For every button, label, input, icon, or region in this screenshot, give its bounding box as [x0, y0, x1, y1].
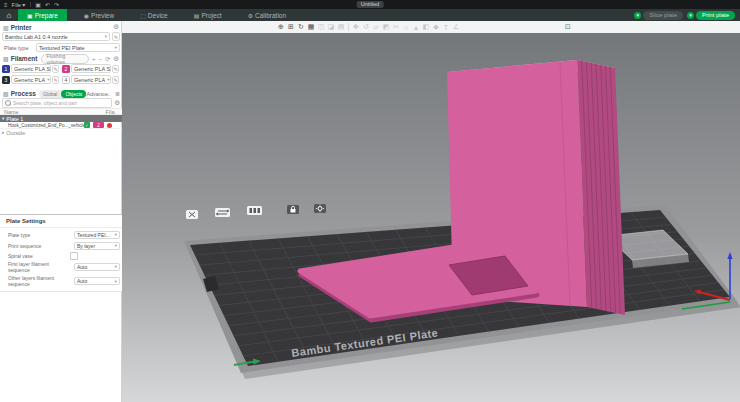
filament-2-edit-button[interactable]: ✎ — [112, 65, 119, 73]
tab-calibration[interactable]: ⚙ Calibration — [239, 9, 295, 21]
cut-icon[interactable]: ✂ — [391, 23, 401, 31]
object-printable-check-icon[interactable]: ✓ — [84, 122, 90, 128]
printer-edit-button[interactable]: ✎ — [112, 32, 120, 41]
variable-layer-height-icon[interactable]: ▤ — [336, 23, 346, 31]
scene-3d[interactable]: Bambu Textured PEI Plate — [122, 33, 740, 402]
plate-type-select[interactable]: Textured PEI Plate ▾ — [36, 43, 120, 52]
printer-preset-value: Bambu Lab A1 0.4 nozzle — [5, 34, 68, 40]
place-on-face-icon[interactable]: ◩ — [381, 23, 391, 31]
segment-objects[interactable]: Objects — [61, 90, 86, 98]
filament-1-edit-button[interactable]: ✎ — [52, 65, 59, 73]
bambu-studio-window: ≡ File ▾ ▣ ↶ ↷ Untitled ⌂ ▣ Prepare ◉ Pr… — [0, 0, 740, 402]
flushing-volumes-button[interactable]: Flushing volumes — [41, 54, 89, 64]
plate-settings-panel: Plate Settings Plate type Textured PEI..… — [0, 214, 122, 292]
support-painting-icon[interactable]: ▲ — [411, 24, 421, 31]
save-icon[interactable]: ▣ — [35, 1, 41, 8]
plate-settings-icon[interactable] — [314, 204, 326, 213]
mesh-boolean-icon[interactable]: ∩ — [401, 24, 411, 31]
ps-print-sequence-label: Print sequence — [8, 243, 68, 249]
rotate-icon[interactable]: ↺ — [361, 23, 371, 31]
filament-slot-4[interactable]: 4 Generic PLA▾ ✎ — [62, 75, 120, 84]
collapse-icon[interactable]: ▾ — [2, 116, 4, 121]
text-tool-icon[interactable]: T — [441, 24, 451, 31]
tree-row-plate-1[interactable]: ▾ Plate 1 — [0, 115, 122, 122]
title-bar: ≡ File ▾ ▣ ↶ ↷ Untitled — [0, 0, 740, 9]
filament-4-color-chip[interactable]: 4 — [62, 76, 70, 84]
filament-4-edit-button[interactable]: ✎ — [112, 76, 119, 84]
ps-print-sequence-select[interactable]: By layer ▾ — [74, 242, 120, 250]
tab-device[interactable]: ⬚ Device — [131, 9, 177, 21]
print-dropdown-icon[interactable]: ▾ — [687, 12, 694, 19]
plate-type-value: Textured PEI Plate — [39, 45, 85, 51]
object-search[interactable] — [2, 98, 112, 108]
viewport-3d[interactable]: ⊕ ⊞ ↻ ▦ ◫ ◪ ▤ ✚ ↺ ▱ ◩ ✂ ∩ ▲ ◧ ◆ T ∠ ⊡ — [122, 21, 740, 402]
ps-other-layers-seq-label: Other layers filament sequence — [8, 275, 68, 287]
add-icon[interactable]: ⊕ — [276, 23, 286, 31]
filament-3-name: Generic PLA — [14, 77, 45, 83]
process-scope-segment[interactable]: Global Objects — [39, 90, 86, 98]
object-warning-icon[interactable] — [107, 123, 112, 128]
move-icon[interactable]: ✚ — [351, 23, 361, 31]
chevron-down-icon: ▾ — [115, 45, 117, 50]
color-painting-icon[interactable]: ◧ — [421, 23, 431, 31]
filament-slot-3[interactable]: 3 Generic PLA▾ ✎ — [2, 75, 60, 84]
ps-plate-type-select[interactable]: Textured PEI... ▾ — [74, 231, 120, 239]
filament-2-color-chip[interactable]: 2 — [62, 65, 70, 73]
plate-type-label: Plate type — [4, 45, 28, 51]
measure-icon[interactable]: ∠ — [451, 23, 461, 31]
plate-arrange-icon[interactable] — [247, 206, 262, 215]
ps-spiral-vase-checkbox[interactable] — [70, 252, 78, 260]
filament-section-icon: ▨ — [3, 55, 9, 62]
tree-row-outside[interactable]: ▸ Outside — [0, 129, 122, 136]
search-input[interactable] — [13, 100, 109, 106]
segment-global[interactable]: Global — [39, 90, 61, 98]
outside-label: Outside — [6, 130, 25, 136]
search-settings-gear-icon[interactable]: ⚙ — [114, 99, 120, 107]
tree-row-object[interactable]: Hook_Customized_End_Po..._vehicle_platfo… — [0, 122, 122, 129]
redo-icon[interactable]: ↷ — [54, 1, 59, 8]
remove-filament-icon[interactable]: − — [99, 56, 103, 62]
filament-3-color-chip[interactable]: 3 — [2, 76, 10, 84]
sync-filament-icon[interactable]: ⟳ — [105, 55, 110, 62]
filament-slot-2[interactable]: 2 Generic PLA Silk▾ ✎ — [62, 64, 120, 73]
filament-settings-gear-icon[interactable]: ⚙ — [113, 55, 119, 63]
file-menu[interactable]: File ▾ — [12, 1, 26, 8]
printer-preset-select[interactable]: Bambu Lab A1 0.4 nozzle ▾ — [2, 32, 110, 41]
arrange-icon[interactable]: ▦ — [306, 23, 316, 31]
add-plate-icon[interactable]: ⊞ — [286, 23, 296, 31]
object-filament-chip[interactable]: 2 — [93, 122, 104, 128]
search-icon — [5, 100, 11, 106]
scale-icon[interactable]: ▱ — [371, 23, 381, 31]
seam-painting-icon[interactable]: ◆ — [431, 23, 441, 31]
object-name: Hook_Customized_End_Po..._vehicle_platfo… — [8, 123, 84, 128]
printer-settings-gear-icon[interactable]: ⚙ — [113, 23, 119, 31]
print-plate-button[interactable]: Print plate — [696, 11, 735, 20]
app-menu-icon[interactable]: ≡ — [4, 2, 8, 8]
tab-prepare[interactable]: ▣ Prepare — [18, 9, 67, 21]
tab-project[interactable]: ▤ Project — [185, 9, 231, 21]
tab-prepare-label: Prepare — [35, 12, 58, 19]
slice-dropdown-icon[interactable]: ▾ — [634, 12, 641, 19]
plate-delete-icon[interactable] — [186, 210, 198, 219]
assembly-view-icon[interactable]: ⊡ — [563, 23, 573, 31]
sidebar: ▥ Printer ⚙ Bambu Lab A1 0.4 nozzle ▾ ✎ … — [0, 21, 122, 402]
ps-other-layers-seq-select[interactable]: Auto ▾ — [74, 277, 120, 285]
split-to-parts-icon[interactable]: ◪ — [326, 23, 336, 31]
tab-preview[interactable]: ◉ Preview — [75, 9, 123, 21]
slice-plate-button[interactable]: Slice plate — [643, 11, 683, 20]
add-filament-icon[interactable]: + — [92, 56, 96, 62]
plate-lock-icon[interactable] — [287, 205, 299, 214]
process-params-icon[interactable]: ≣ — [115, 90, 120, 97]
filament-1-color-chip[interactable]: 1 — [2, 65, 10, 73]
auto-orient-icon[interactable]: ↻ — [296, 23, 306, 31]
filament-slot-1[interactable]: 1 Generic PLA Silk▾ ✎ — [2, 64, 60, 73]
expand-icon[interactable]: ▸ — [2, 130, 4, 135]
ps-first-layer-seq-select[interactable]: Auto ▾ — [74, 263, 120, 271]
plate-orient-icon[interactable] — [215, 208, 230, 217]
home-icon[interactable]: ⌂ — [0, 9, 18, 21]
undo-icon[interactable]: ↶ — [45, 1, 50, 8]
plate-settings-title: Plate Settings — [6, 218, 46, 224]
ps-other-layers-seq-value: Auto — [77, 278, 87, 284]
filament-3-edit-button[interactable]: ✎ — [52, 76, 59, 84]
split-to-objects-icon[interactable]: ◫ — [316, 23, 326, 31]
